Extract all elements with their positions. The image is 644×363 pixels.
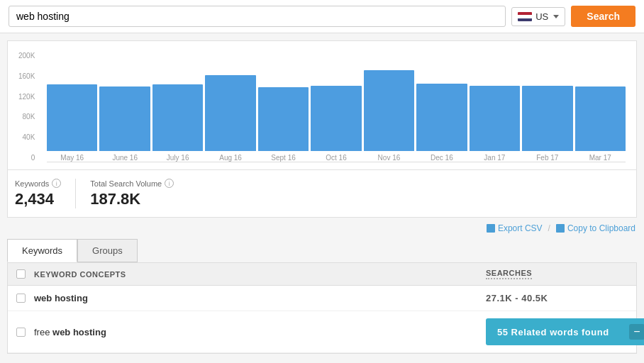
bar-wrapper: Sept 16 [258,87,309,162]
chart-section: 200K160K120K80K40K0 May 16June 16July 16… [7,40,637,170]
y-axis-label: 120K [18,93,35,101]
bar-label: Jan 17 [484,154,505,162]
chart-bar[interactable] [205,75,255,151]
copy-clipboard-link[interactable]: Copy to Clipboard [556,223,635,233]
table-row: free web hosting 55 Related words found … [8,311,636,353]
bar-wrapper: Mar 17 [575,86,626,162]
y-axis-label: 80K [23,113,35,121]
col-searches-header: SEARCHES [486,269,628,279]
bar-label: July 16 [167,154,189,162]
volume-label: Total Search Volume i [90,179,174,188]
chart-bar[interactable] [364,70,414,151]
row-1-searches: 27.1K - 40.5K [486,293,628,303]
y-axis-label: 160K [18,72,35,80]
bar-wrapper: Feb 17 [522,86,572,162]
y-axis-label: 40K [23,133,35,141]
bar-wrapper: Jan 17 [470,86,520,162]
bar-label: Oct 16 [326,154,346,162]
bar-label: May 16 [60,154,84,162]
y-axis: 200K160K120K80K40K0 [18,52,39,162]
chart-bar[interactable] [416,84,467,151]
header-checkbox-col [16,269,34,279]
bar-wrapper: July 16 [152,84,203,162]
action-separator: / [548,223,550,233]
header-checkbox[interactable] [16,269,26,279]
row-2-concept: free web hosting [34,327,486,337]
bar-label: Aug 16 [219,154,242,162]
bar-wrapper: June 16 [99,86,150,162]
y-axis-label: 200K [18,52,35,60]
row-2-prefix: free [34,327,52,337]
chart-container: 200K160K120K80K40K0 May 16June 16July 16… [18,52,626,162]
country-selector[interactable]: US [511,7,565,26]
bar-label: Nov 16 [378,154,401,162]
chart-bar[interactable] [470,86,520,151]
bar-wrapper: Dec 16 [416,84,467,162]
row-1-concept: web hosting [34,293,486,303]
keyword-table: KEYWORD CONCEPTS SEARCHES web hosting 27… [7,262,637,354]
search-bar: US Search [0,0,644,33]
bar-wrapper: Oct 16 [311,86,361,162]
col-concept-header: KEYWORD CONCEPTS [34,270,486,279]
chart-bar[interactable] [311,86,361,151]
chart-bar[interactable] [47,84,97,151]
table-row: web hosting 27.1K - 40.5K [8,286,636,311]
y-axis-label: 0 [31,154,35,162]
clipboard-icon [556,224,565,233]
chevron-down-icon [553,15,559,18]
export-csv-link[interactable]: Export CSV [487,223,543,233]
x-axis-line [47,162,626,162]
chart-bar[interactable] [258,87,309,151]
search-input[interactable] [9,6,506,27]
volume-value: 187.8K [90,190,174,208]
keywords-value: 2,434 [15,190,61,208]
table-header: KEYWORD CONCEPTS SEARCHES [8,263,636,286]
stats-row: Keywords i 2,434 Total Search Volume i 1… [7,170,637,218]
row-1-bold: web hosting [34,293,88,303]
tab-keywords[interactable]: Keywords [7,239,77,262]
export-icon [487,224,495,233]
volume-stat: Total Search Volume i 187.8K [90,179,188,208]
tab-groups[interactable]: Groups [77,239,138,262]
chart-bar[interactable] [522,86,572,151]
bar-label: June 16 [112,154,138,162]
badge-label: 55 Related words found [497,327,609,337]
bar-label: Dec 16 [431,154,453,162]
chart-bar[interactable] [152,84,203,151]
row-2-checkbox[interactable] [16,328,26,337]
bar-label: Mar 17 [589,154,611,162]
volume-info-icon[interactable]: i [165,179,174,188]
chart-bar[interactable] [575,86,626,151]
bar-label: Feb 17 [536,154,558,162]
tabs-row: Keywords Groups [0,239,644,262]
bar-label: Sept 16 [271,154,295,162]
bar-wrapper: Aug 16 [205,75,255,162]
bar-wrapper: Nov 16 [364,70,414,162]
actions-row: Export CSV / Copy to Clipboard [0,218,644,239]
bar-wrapper: May 16 [47,84,97,162]
row-1-checkbox[interactable] [16,294,26,303]
row-2-bold: web hosting [52,327,106,337]
chart-bar[interactable] [99,86,150,151]
row-2-checkbox-col [16,328,34,337]
row-2-searches-col: 55 Related words found − [486,318,628,345]
country-label: US [535,11,548,22]
badge-collapse-button[interactable]: − [629,324,644,340]
keywords-stat: Keywords i 2,434 [15,179,76,208]
keywords-label: Keywords i [15,179,61,188]
search-button[interactable]: Search [571,6,635,27]
related-words-badge: 55 Related words found − [486,318,644,345]
keywords-info-icon[interactable]: i [52,179,61,188]
row-1-checkbox-col [16,294,34,303]
flag-icon [518,12,532,21]
